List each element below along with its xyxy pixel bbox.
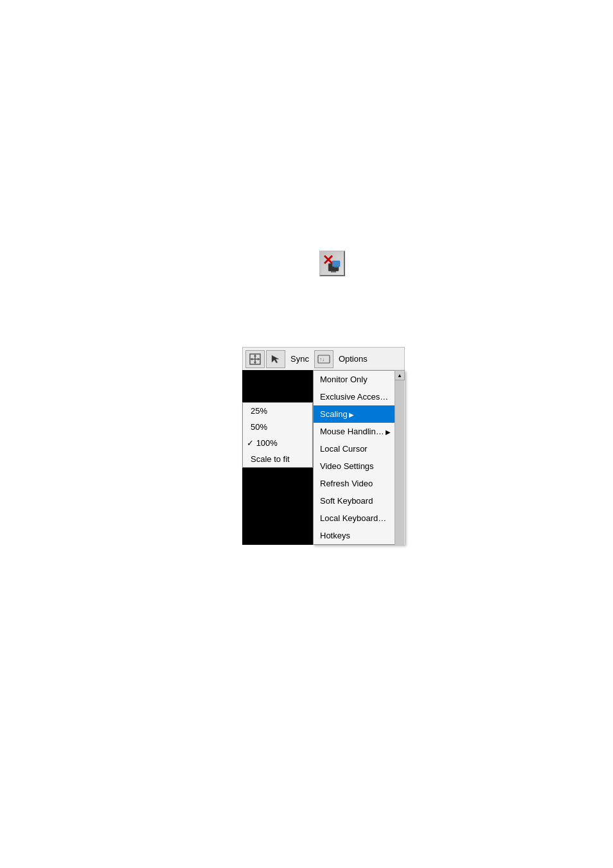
mouse-handling-item[interactable]: Mouse Handlin… [314,423,404,440]
svg-text:↑↓: ↑↓ [319,357,324,362]
options-button[interactable]: Options [335,354,371,364]
local-cursor-item[interactable]: Local Cursor [314,440,404,457]
cursor-icon [271,354,281,364]
video-settings-item[interactable]: Video Settings [314,457,404,475]
cursor-button[interactable] [266,350,285,368]
options-dropdown: Monitor Only Exclusive Acces… Scaling Mo… [313,370,405,545]
taskbar-icon[interactable] [319,251,345,276]
kvm-icon [323,254,341,272]
scroll-track [395,380,404,545]
scale-25-item[interactable]: 25% [243,403,312,419]
svg-rect-4 [332,261,340,267]
svg-rect-1 [331,271,336,272]
taskbar-icon-inner [323,254,341,272]
submenu-bottom-black [242,468,313,545]
dropdown-scrollbar[interactable]: ▲ [395,370,405,545]
keys-icon: ↑↓ [317,354,330,364]
menu-area: 25% 50% 100% Scale to fit Monitor Only E… [242,370,405,545]
move-icon [249,353,261,365]
sync-button[interactable]: Sync [287,354,313,364]
submenu-container: 25% 50% 100% Scale to fit [242,370,313,545]
scroll-up-arrow[interactable]: ▲ [395,370,405,380]
local-keyboard-item[interactable]: Local Keyboard… [314,509,404,527]
submenu-top-black [242,370,313,402]
svg-marker-13 [272,355,279,363]
scaling-item[interactable]: Scaling [314,405,404,423]
refresh-video-item[interactable]: Refresh Video [314,475,404,492]
dropdown-wrapper: Monitor Only Exclusive Acces… Scaling Mo… [313,370,405,545]
hotkeys-item[interactable]: Hotkeys [314,527,404,544]
monitor-only-item[interactable]: Monitor Only [314,371,404,388]
scale-50-item[interactable]: 50% [243,419,312,435]
scale-fit-item[interactable]: Scale to fit [243,451,312,467]
exclusive-access-item[interactable]: Exclusive Acces… [314,388,404,405]
keys-button[interactable]: ↑↓ [314,350,333,368]
toolbar: Sync ↑↓ Options [242,347,405,370]
soft-keyboard-item[interactable]: Soft Keyboard [314,492,404,509]
scale-submenu: 25% 50% 100% Scale to fit [242,402,313,468]
move-button[interactable] [245,350,265,368]
scale-100-item[interactable]: 100% [243,435,312,451]
svg-rect-5 [334,267,338,268]
